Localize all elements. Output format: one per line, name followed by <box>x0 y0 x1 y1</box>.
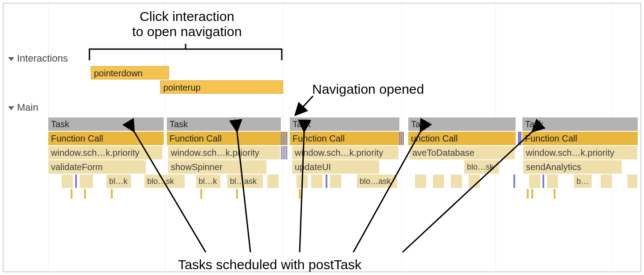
flame-block: bl…k <box>196 175 220 188</box>
flame-function-call: Function Call <box>48 132 164 145</box>
disclosure-triangle-icon <box>8 57 14 61</box>
flame-task: Task <box>290 117 399 131</box>
flame-gc-stripe <box>281 132 288 145</box>
flame-gc-stripe <box>518 132 521 145</box>
flame-user-fn: showSpinner <box>168 160 267 174</box>
flame-block <box>601 175 612 188</box>
flame-block <box>174 175 185 188</box>
flame-tick <box>554 189 555 199</box>
annotation-navigation-opened: Navigation opened <box>312 82 424 97</box>
flame-block <box>627 175 637 188</box>
flame-gc <box>513 175 515 188</box>
track-label-interactions: Interactions <box>8 53 68 64</box>
flame-tick <box>71 189 72 199</box>
flame-scheduler: window.sch…k.priority <box>168 146 280 159</box>
flame-gc-stripe <box>399 132 404 145</box>
flame-user-fn: validateForm <box>48 160 146 174</box>
flame-function-call: Function Call <box>167 132 281 145</box>
flame-block <box>297 175 308 188</box>
flame-block <box>547 175 558 188</box>
flame-block <box>62 175 73 188</box>
flame-scheduler: aveToDatabase <box>410 146 515 159</box>
flame-gc <box>542 175 544 188</box>
flame-tick <box>200 189 202 199</box>
flame-task: Task <box>167 117 281 131</box>
flame-tick <box>111 189 113 199</box>
annotation-text: Click interaction <box>140 9 234 24</box>
flame-block <box>311 175 322 188</box>
flame-block <box>415 175 426 188</box>
flame-gc <box>75 175 77 188</box>
flame-scheduler: window.sch…k.priority <box>292 146 398 159</box>
track-label-main: Main <box>8 102 38 113</box>
flame-block <box>80 175 93 188</box>
annotation-text: to open navigation <box>132 24 242 39</box>
flame-scheduler: window.sch…k.priority <box>523 146 637 159</box>
flame-block: blo…ask <box>357 175 397 188</box>
flame-function-call: Function Call <box>522 132 638 145</box>
flame-block: blo…sk <box>464 160 499 174</box>
flame-user-fn: updateUI <box>292 160 379 174</box>
annotation-posttask: Tasks scheduled with postTask <box>178 257 361 272</box>
interaction-pointerdown: pointerdown <box>91 66 169 79</box>
disclosure-triangle-icon <box>8 106 14 110</box>
flame-block <box>433 175 444 188</box>
flame-block <box>529 175 540 188</box>
flame-block: bl…ask <box>227 175 263 188</box>
flame-function-call: unction Call <box>408 132 516 145</box>
flame-gc <box>326 175 327 188</box>
flame-gc-stripe <box>281 146 288 159</box>
flame-block <box>451 175 462 188</box>
flame-block <box>330 175 341 188</box>
flame-block <box>267 175 279 188</box>
flame-block <box>469 175 480 188</box>
flame-tick <box>531 189 533 199</box>
flame-block: blo…sk <box>144 175 176 188</box>
flame-tick <box>236 189 238 199</box>
gridline <box>165 4 165 271</box>
flame-tick <box>299 189 301 199</box>
flame-task: Task <box>408 117 516 131</box>
flame-scheduler: window.sch…k.priority <box>48 146 162 159</box>
interaction-pointerup: pointerup <box>160 80 283 94</box>
annotation-click-interaction: Click interaction to open navigation <box>91 9 283 39</box>
flame-tick <box>527 189 529 199</box>
flame-user-fn: sendAnalytics <box>523 160 622 174</box>
flame-task: Task <box>522 117 638 131</box>
flame-block: bl…k <box>106 175 131 188</box>
flame-tick <box>84 189 86 199</box>
flame-task: Task <box>48 117 164 131</box>
diagram-frame: Click interaction to open navigation Nav… <box>3 3 641 272</box>
flame-function-call: Function Call <box>290 132 399 145</box>
flame-block: b… <box>574 175 592 188</box>
